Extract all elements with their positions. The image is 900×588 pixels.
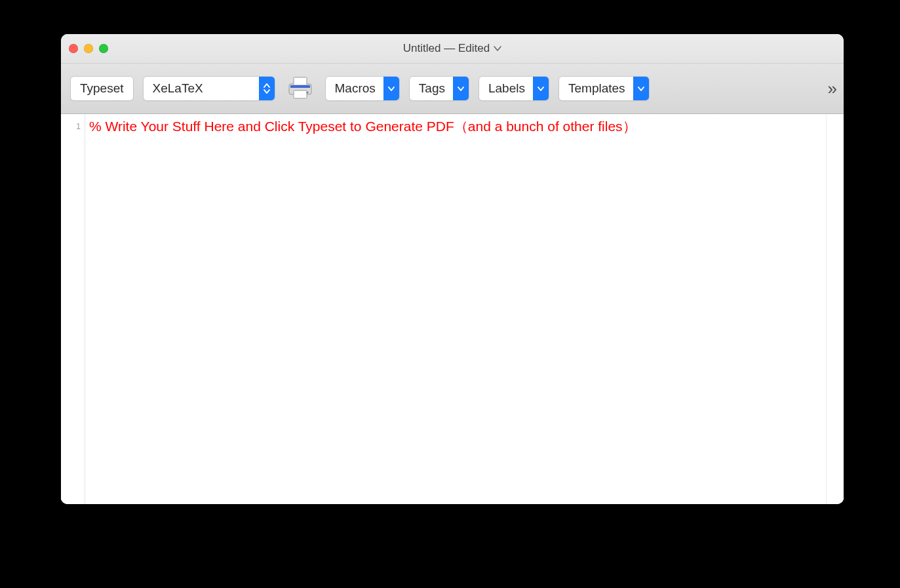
macros-select-label: Macros bbox=[326, 77, 383, 100]
chevron-down-icon bbox=[453, 77, 469, 100]
svg-point-4 bbox=[306, 92, 308, 94]
titlebar[interactable]: Untitled — Edited bbox=[61, 34, 844, 64]
editor-right-margin bbox=[826, 114, 844, 504]
printer-icon bbox=[285, 72, 315, 105]
chevron-down-icon bbox=[633, 77, 649, 100]
engine-select[interactable]: XeLaTeX bbox=[143, 76, 275, 101]
chevron-double-right-icon: » bbox=[828, 79, 833, 99]
minimize-icon[interactable] bbox=[84, 44, 93, 53]
line-number: 1 bbox=[61, 118, 85, 135]
toolbar-overflow-button[interactable]: » bbox=[828, 64, 833, 113]
line-gutter: 1 bbox=[61, 114, 85, 504]
labels-select-label: Labels bbox=[479, 77, 533, 100]
labels-select[interactable]: Labels bbox=[479, 76, 549, 101]
svg-rect-2 bbox=[294, 90, 307, 98]
macros-select[interactable]: Macros bbox=[325, 76, 400, 101]
engine-select-value: XeLaTeX bbox=[144, 77, 259, 100]
window-title-text: Untitled — Edited bbox=[403, 42, 490, 55]
window-controls bbox=[69, 34, 108, 63]
typeset-button-label: Typeset bbox=[80, 81, 124, 96]
svg-rect-3 bbox=[290, 85, 310, 88]
zoom-icon[interactable] bbox=[99, 44, 108, 53]
code-line: % Write Your Stuff Here and Click Typese… bbox=[89, 119, 636, 134]
tags-select[interactable]: Tags bbox=[409, 76, 469, 101]
templates-select-label: Templates bbox=[559, 77, 633, 100]
svg-rect-1 bbox=[294, 77, 307, 85]
window-title[interactable]: Untitled — Edited bbox=[403, 42, 501, 55]
close-icon[interactable] bbox=[69, 44, 78, 53]
app-window: Untitled — Edited Typeset XeLaTeX bbox=[61, 34, 844, 504]
chevron-down-icon bbox=[383, 77, 399, 100]
updown-arrows-icon bbox=[259, 77, 275, 100]
print-button[interactable] bbox=[284, 73, 316, 104]
toolbar: Typeset XeLaTeX bbox=[61, 64, 844, 114]
editor-area[interactable]: 1 % Write Your Stuff Here and Click Type… bbox=[61, 114, 844, 504]
templates-select[interactable]: Templates bbox=[558, 76, 650, 101]
typeset-button[interactable]: Typeset bbox=[70, 76, 134, 101]
tags-select-label: Tags bbox=[410, 77, 453, 100]
chevron-down-icon bbox=[533, 77, 549, 100]
chevron-down-icon[interactable] bbox=[494, 45, 501, 52]
code-content[interactable]: % Write Your Stuff Here and Click Typese… bbox=[85, 114, 844, 504]
